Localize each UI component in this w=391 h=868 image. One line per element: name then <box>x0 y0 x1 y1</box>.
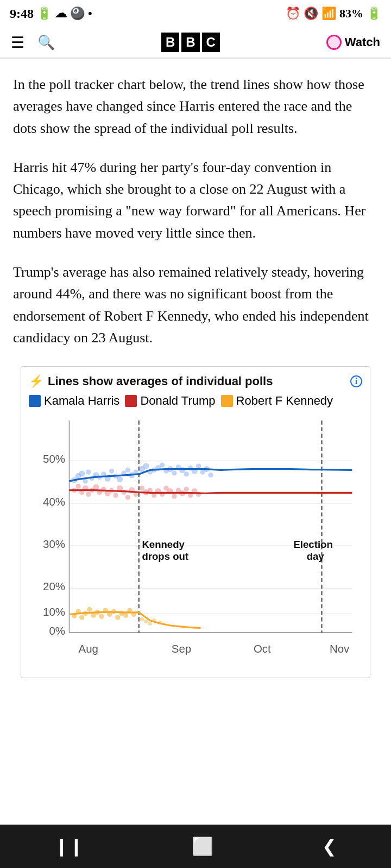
nav-left: ☰ 🔍 <box>11 34 55 52</box>
cloud-icon: ☁ <box>55 7 67 21</box>
sports-icon: 🎱 <box>70 7 85 21</box>
legend-kennedy-box <box>221 395 233 407</box>
chart-info-icon[interactable]: i <box>350 375 362 387</box>
svg-point-66 <box>113 493 118 498</box>
svg-rect-0 <box>69 421 352 633</box>
nav-right: Watch <box>326 35 380 50</box>
svg-point-92 <box>91 613 96 618</box>
svg-point-47 <box>179 467 185 473</box>
watch-circle-icon <box>326 35 342 50</box>
svg-point-24 <box>86 470 91 475</box>
legend-harris-label: Kamala Harris <box>44 394 119 408</box>
svg-text:drops out: drops out <box>142 551 188 562</box>
menu-button[interactable]: ☰ <box>11 34 24 52</box>
poll-chart-svg: 50% 40% 30% 20% 10% 0% Kennedy drops out… <box>29 416 362 668</box>
alarm-icon: ⏰ <box>286 7 300 21</box>
bbc-b2: B <box>181 33 199 52</box>
bbc-c: C <box>202 33 220 52</box>
status-time: 9:48 <box>10 7 34 21</box>
signal-icon: 🔋 <box>37 7 52 21</box>
dot-icon: • <box>88 7 92 21</box>
svg-point-34 <box>125 468 130 473</box>
poll-chart-container: ⚡ Lines show averages of individual poll… <box>21 366 370 678</box>
status-left: 9:48 🔋 ☁ 🎱 • <box>10 7 92 21</box>
svg-point-51 <box>196 464 201 469</box>
svg-point-32 <box>117 476 123 482</box>
svg-point-48 <box>184 472 189 477</box>
svg-text:Oct: Oct <box>254 642 271 655</box>
svg-point-38 <box>143 463 149 469</box>
article-body: In the poll tracker chart below, the tre… <box>0 59 391 693</box>
svg-text:50%: 50% <box>43 453 65 465</box>
legend-trump-label: Donald Trump <box>140 394 215 408</box>
svg-point-56 <box>76 484 81 489</box>
svg-text:30%: 30% <box>43 538 65 550</box>
svg-text:Kennedy: Kennedy <box>142 539 185 550</box>
svg-text:Nov: Nov <box>330 642 350 655</box>
svg-text:Aug: Aug <box>79 642 98 655</box>
mute-icon: 🔇 <box>304 7 318 21</box>
svg-point-59 <box>86 492 91 497</box>
bbc-b1: B <box>161 33 179 52</box>
svg-point-94 <box>99 614 104 619</box>
svg-text:Election: Election <box>293 539 332 550</box>
legend-harris: Kamala Harris <box>29 394 119 408</box>
svg-point-91 <box>87 607 92 612</box>
svg-point-42 <box>160 463 165 468</box>
svg-point-83 <box>184 487 189 492</box>
legend-trump-box <box>125 395 137 407</box>
svg-point-104 <box>144 620 148 623</box>
svg-point-105 <box>148 622 152 626</box>
svg-text:20%: 20% <box>43 580 65 592</box>
svg-point-89 <box>79 615 84 620</box>
chart-title-row: ⚡ Lines show averages of individual poll… <box>29 374 362 388</box>
legend-harris-box <box>29 395 41 407</box>
nav-bar: ☰ 🔍 B B C Watch <box>0 27 391 58</box>
chart-legend: Kamala Harris Donald Trump Robert F Kenn… <box>29 394 362 408</box>
svg-text:40%: 40% <box>43 495 65 508</box>
watch-label: Watch <box>345 35 380 49</box>
status-right: ⏰ 🔇 📶 83% 🔋 <box>286 7 381 21</box>
chart-svg-wrapper: 50% 40% 30% 20% 10% 0% Kennedy drops out… <box>29 416 362 670</box>
watch-button[interactable]: Watch <box>326 35 380 50</box>
svg-text:Sep: Sep <box>172 642 191 655</box>
status-bar: 9:48 🔋 ☁ 🎱 • ⏰ 🔇 📶 83% 🔋 <box>0 0 391 27</box>
battery-icon: 🔋 <box>367 7 381 21</box>
chart-title-icon: ⚡ <box>29 374 43 388</box>
article-paragraph-2: Harris hit 47% during her party's four-d… <box>13 157 378 244</box>
svg-point-72 <box>140 486 144 491</box>
battery-text: 83% <box>339 7 363 21</box>
legend-trump: Donald Trump <box>125 394 215 408</box>
svg-point-103 <box>140 617 144 621</box>
svg-point-69 <box>125 495 130 500</box>
svg-point-22 <box>79 471 85 477</box>
article-paragraph-1: In the poll tracker chart below, the tre… <box>13 74 378 139</box>
legend-kennedy-label: Robert F Kennedy <box>236 394 333 408</box>
search-button[interactable]: 🔍 <box>37 34 55 51</box>
svg-point-100 <box>123 613 128 618</box>
bbc-logo: B B C <box>161 33 220 52</box>
svg-point-54 <box>208 473 213 477</box>
svg-point-80 <box>172 494 176 499</box>
svg-point-45 <box>172 471 176 476</box>
svg-point-61 <box>93 484 99 490</box>
svg-point-98 <box>115 615 120 620</box>
legend-kennedy: Robert F Kennedy <box>221 394 333 408</box>
svg-text:0%: 0% <box>49 624 65 637</box>
svg-point-30 <box>109 469 114 474</box>
chart-title: Lines show averages of individual polls <box>48 374 346 388</box>
wifi-icon: 📶 <box>321 7 336 21</box>
svg-text:day: day <box>307 551 325 562</box>
article-paragraph-3: Trump's average has also remained relati… <box>13 261 378 349</box>
svg-text:10%: 10% <box>43 606 65 618</box>
